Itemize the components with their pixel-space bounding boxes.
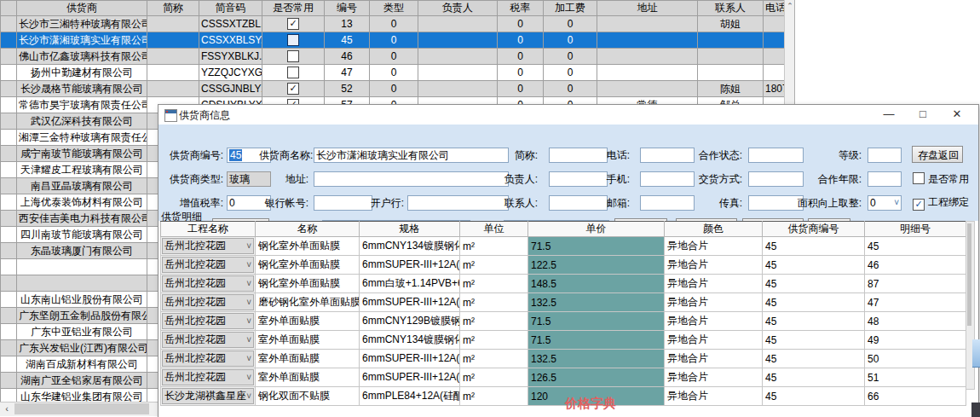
table-cell[interactable]: CSSSXTZBL... [199, 16, 262, 32]
detail-cell[interactable]: m² [460, 275, 528, 293]
table-row[interactable]: 长沙市潇湘玻璃实业有限公司CSSXXBLSY...45000 [1, 32, 787, 49]
row-header-cell[interactable] [1, 356, 17, 373]
table-cell[interactable] [698, 32, 764, 49]
scroll-up-icon[interactable]: ⌃ [787, 2, 793, 10]
table-cell[interactable]: 广东兴发铝业(江西)有限公司 [17, 340, 147, 356]
table-row[interactable]: 长沙市三湘特种玻璃有限公司CSSSXTZBL...✓13000胡姐 [1, 16, 787, 32]
table-cell[interactable]: 0 [544, 81, 597, 97]
detail-cell[interactable]: 71.5 [528, 237, 665, 256]
project-combobox[interactable]: 岳州北控花园˅ [162, 257, 254, 273]
detail-cell[interactable]: 异地合片 [665, 331, 763, 350]
chevron-down-icon[interactable]: ˅ [246, 298, 251, 307]
table-cell[interactable]: 四川南玻节能玻璃有限公司 [17, 227, 147, 243]
detail-cell[interactable]: 室外单面贴膜 [256, 350, 360, 368]
project-combobox[interactable]: 岳州北控花园˅ [162, 275, 254, 292]
manager-input[interactable] [549, 171, 608, 187]
table-cell[interactable] [147, 65, 199, 81]
detail-column-header[interactable]: 工程名称 [161, 222, 256, 237]
table-cell[interactable]: 天津耀皮工程玻璃有限公司 [17, 162, 147, 178]
table-cell[interactable]: 湖南百成新材料有限公司 [17, 356, 147, 373]
checked-checkbox-icon[interactable]: ✓ [287, 18, 299, 30]
detail-cell[interactable]: m² [460, 256, 528, 275]
detail-cell[interactable]: 51 [865, 368, 966, 387]
detail-cell[interactable]: 132.5 [528, 293, 665, 312]
column-header[interactable]: 负责人 [418, 1, 498, 16]
detail-cell[interactable]: 室外单面贴膜 [256, 331, 360, 350]
maximize-button[interactable]: □ [908, 105, 937, 125]
table-cell[interactable]: 0 [544, 49, 597, 65]
email-input[interactable] [640, 195, 695, 211]
save-return-button[interactable]: 存盘返回 [912, 146, 963, 163]
common-use-checkbox[interactable]: 是否常用 [913, 172, 969, 186]
area-round-combobox[interactable]: 0˅ [868, 195, 902, 211]
table-cell[interactable]: 0 [498, 65, 544, 81]
table-cell[interactable] [17, 259, 147, 275]
detail-column-header[interactable]: 明细号 [865, 222, 966, 237]
detail-cell[interactable]: m² [460, 368, 528, 387]
table-cell[interactable] [418, 16, 498, 32]
table-cell[interactable]: 13 [325, 16, 370, 32]
checked-checkbox-icon[interactable]: ✓ [287, 83, 299, 95]
table-cell[interactable]: 陈姐 [698, 81, 764, 97]
project-combobox[interactable]: 岳州北控花园˅ [162, 332, 254, 348]
table-cell[interactable] [262, 49, 325, 65]
row-header-cell[interactable] [1, 324, 17, 340]
table-cell[interactable] [418, 65, 498, 81]
detail-cell[interactable]: 45 [763, 331, 865, 350]
column-header[interactable]: 简音码 [199, 1, 262, 16]
table-cell[interactable] [597, 49, 698, 65]
table-cell[interactable]: 东晶玻璃厦门有限公司 [17, 243, 147, 259]
table-cell[interactable]: ✓ [262, 81, 325, 97]
row-header-cell[interactable] [1, 81, 17, 97]
table-cell[interactable] [764, 65, 787, 81]
detail-row[interactable]: 岳州北控花园˅室外单面贴膜6mmCNY129B镀膜钢化m²71.5异地合片454… [161, 312, 966, 331]
column-header[interactable]: 电话 [764, 1, 787, 16]
detail-cell[interactable]: 6mmSUPER-III+12A(硅... [360, 350, 460, 368]
column-header[interactable]: 是否常用 [262, 1, 325, 16]
detail-cell[interactable]: 45 [763, 350, 865, 368]
detail-cell[interactable]: m² [460, 293, 528, 312]
table-row[interactable]: 长沙晟格节能玻璃有限公司CSSGJNBLYXGS✓52000陈姐180751 [1, 81, 787, 97]
table-cell[interactable] [17, 275, 147, 292]
column-header[interactable]: 类型 [370, 1, 418, 16]
table-cell[interactable]: 山东南山铝业股份有限公司 [17, 292, 147, 308]
table-cell[interactable]: 0 [370, 65, 418, 81]
table-cell[interactable]: 西安佳吉美电力科技有限公司 [17, 211, 147, 227]
table-cell[interactable]: 咸宁南玻节能玻璃有限公司 [17, 146, 147, 162]
unchecked-checkbox-icon[interactable] [287, 50, 299, 62]
detail-cell[interactable]: 71.5 [528, 312, 665, 331]
supplier-type-input[interactable]: 玻璃 [227, 171, 271, 187]
table-cell[interactable]: 南昌亚晶玻璃有限公司 [17, 178, 147, 194]
detail-column-header[interactable]: 单价 [528, 222, 665, 237]
detail-cell[interactable]: 异地合片 [665, 368, 763, 387]
chevron-down-icon[interactable]: ˅ [246, 260, 251, 269]
table-cell[interactable]: 扬州中勤建材有限公司 [17, 65, 147, 81]
detail-cell[interactable]: 50 [865, 350, 966, 368]
table-cell[interactable]: 52 [325, 81, 370, 97]
table-cell[interactable]: 0 [370, 81, 418, 97]
row-header-cell[interactable] [1, 49, 17, 65]
detail-cell[interactable]: 6mmSUPER-III+12A(硅... [360, 256, 460, 275]
row-header-cell[interactable] [1, 340, 17, 356]
detail-cell[interactable]: 异地合片 [665, 237, 763, 256]
row-header-cell[interactable] [1, 373, 17, 389]
short-name-input[interactable] [549, 148, 608, 163]
table-cell[interactable] [147, 32, 199, 49]
table-cell[interactable] [147, 16, 199, 32]
detail-cell[interactable]: m² [460, 237, 528, 256]
detail-cell[interactable]: 6mmPLE84+12A(硅酮胶... [360, 387, 460, 406]
table-cell[interactable]: 180751 [764, 81, 787, 97]
table-cell[interactable] [698, 49, 764, 65]
detail-cell[interactable]: 磨砂钢化室外单面贴膜 [256, 293, 360, 312]
detail-cell[interactable]: 6mmSUPER-III+12A(硅... [360, 293, 460, 312]
detail-column-header[interactable]: 供货商编号 [763, 222, 865, 237]
detail-cell[interactable]: 异地合片 [665, 312, 763, 331]
detail-cell[interactable]: 室外单面贴膜 [256, 312, 360, 331]
table-cell[interactable]: 0 [498, 32, 544, 49]
coop-years-input[interactable] [868, 171, 902, 187]
table-cell[interactable]: 常德市昊宇玻璃有限责任公司 [17, 97, 147, 113]
detail-row[interactable]: 岳州北控花园˅室外单面贴膜6mmSUPER-III+12A(硅...m²132.… [161, 350, 966, 368]
detail-cell[interactable]: 87 [865, 275, 966, 293]
chevron-down-icon[interactable]: ˅ [246, 279, 251, 288]
detail-cell[interactable]: 45 [763, 312, 865, 331]
